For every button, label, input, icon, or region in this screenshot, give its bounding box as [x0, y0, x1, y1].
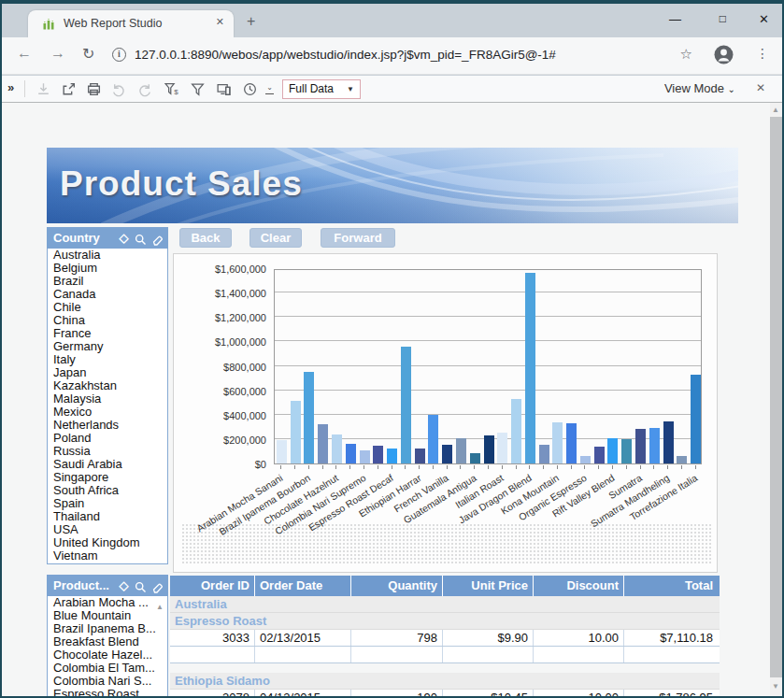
- chart-bar[interactable]: [663, 421, 674, 463]
- product-item[interactable]: Blue Mountain: [48, 609, 167, 622]
- filter-currency-icon[interactable]: $: [164, 81, 179, 97]
- back-button[interactable]: Back: [179, 228, 232, 248]
- export-icon[interactable]: [61, 81, 77, 97]
- chart-bar[interactable]: [415, 449, 425, 463]
- profile-avatar-icon[interactable]: [714, 45, 734, 64]
- country-item[interactable]: USA: [48, 523, 167, 536]
- window-minimize-button[interactable]: —: [669, 12, 681, 26]
- country-item[interactable]: Poland: [48, 432, 167, 445]
- save-icon[interactable]: [36, 81, 51, 97]
- forward-button[interactable]: Forward: [321, 228, 395, 248]
- scrollbar-up-icon[interactable]: ▲: [772, 106, 779, 114]
- country-item[interactable]: Singapore: [48, 471, 167, 484]
- undo-icon[interactable]: [111, 81, 127, 97]
- scrollbar-down-icon[interactable]: ▼: [772, 682, 779, 691]
- chart-bar[interactable]: [511, 399, 521, 463]
- chart-bar[interactable]: [594, 447, 605, 463]
- new-tab-button[interactable]: +: [247, 13, 255, 30]
- redo-icon[interactable]: [136, 81, 152, 97]
- chart-bar[interactable]: [470, 453, 480, 463]
- chart-bar[interactable]: [387, 449, 397, 463]
- country-item[interactable]: Belgium: [48, 262, 167, 275]
- table-column-header[interactable]: Order ID: [170, 576, 255, 596]
- country-item[interactable]: Malaysia: [48, 392, 167, 406]
- country-item[interactable]: Canada: [48, 288, 167, 301]
- chart-bar[interactable]: [677, 456, 687, 463]
- navigate-diamond-icon[interactable]: ◇: [117, 578, 131, 592]
- clear-eraser-icon[interactable]: [150, 231, 164, 245]
- view-mode-menu[interactable]: View Mode ⌄: [664, 81, 735, 95]
- chart-bar[interactable]: [360, 450, 370, 463]
- devices-icon[interactable]: [216, 81, 232, 97]
- browser-forward-icon[interactable]: →: [50, 45, 65, 62]
- schedule-clock-icon[interactable]: [242, 81, 258, 97]
- country-item[interactable]: South Africa: [48, 484, 167, 497]
- browser-menu-icon[interactable]: ⋮: [756, 46, 769, 61]
- page-scrollbar[interactable]: ▲ ▼: [770, 103, 782, 696]
- chart-bar[interactable]: [304, 372, 314, 463]
- country-item[interactable]: Brazil: [48, 275, 167, 288]
- scrollbar-thumb[interactable]: [770, 117, 782, 677]
- chart-bar[interactable]: [277, 440, 287, 463]
- product-item[interactable]: Espresso Roast: [48, 688, 167, 696]
- table-column-header[interactable]: Discount: [534, 576, 624, 596]
- chart-bar[interactable]: [607, 438, 618, 463]
- country-item[interactable]: China: [48, 314, 167, 327]
- chart-bar[interactable]: [566, 423, 577, 463]
- site-info-icon[interactable]: i: [112, 48, 126, 62]
- search-icon[interactable]: [134, 578, 148, 592]
- country-item[interactable]: Thailand: [48, 510, 167, 523]
- chart-bar[interactable]: [456, 438, 466, 463]
- product-item[interactable]: Arabian Mocha ...: [48, 596, 167, 609]
- window-maximize-button[interactable]: □: [720, 12, 726, 25]
- chart-bar[interactable]: [318, 424, 328, 463]
- tab-close-icon[interactable]: ✕: [216, 16, 224, 28]
- table-column-header[interactable]: Unit Price: [443, 576, 534, 596]
- chart-bar[interactable]: [442, 445, 452, 463]
- chart-bar[interactable]: [291, 401, 301, 463]
- browser-back-icon[interactable]: ←: [17, 45, 32, 62]
- chart-bar[interactable]: [525, 273, 535, 463]
- country-item[interactable]: Russia: [48, 445, 167, 458]
- country-item[interactable]: Netherlands: [48, 419, 167, 432]
- chart-bar[interactable]: [401, 347, 411, 463]
- product-item[interactable]: Chocolate Hazel...: [48, 648, 167, 662]
- product-item[interactable]: Breakfast Blend: [48, 635, 167, 648]
- chart-bar[interactable]: [635, 429, 646, 463]
- country-item[interactable]: Germany: [48, 340, 167, 353]
- toolbar-overflow-icon[interactable]: »: [7, 80, 14, 94]
- clear-button[interactable]: Clear: [249, 228, 302, 248]
- country-item[interactable]: Vietnam: [48, 549, 167, 563]
- country-item[interactable]: Japan: [48, 366, 167, 379]
- country-item[interactable]: Mexico: [48, 406, 167, 419]
- window-close-button[interactable]: ✕: [759, 12, 769, 26]
- navigate-diamond-icon[interactable]: ◇: [117, 231, 131, 245]
- chart-bar[interactable]: [373, 446, 383, 463]
- product-item[interactable]: Colombia El Tam...: [48, 662, 167, 675]
- chart-bar[interactable]: [539, 445, 549, 463]
- chart-bar[interactable]: [580, 456, 591, 463]
- search-icon[interactable]: [134, 231, 148, 245]
- country-item[interactable]: Spain: [48, 497, 167, 510]
- product-item[interactable]: Brazil Ipanema B...: [48, 622, 167, 635]
- chart-bar[interactable]: [649, 428, 660, 463]
- country-item[interactable]: United Kingdom: [48, 536, 167, 549]
- chart-bar[interactable]: [484, 435, 494, 463]
- toolbar-close-icon[interactable]: ✕: [756, 81, 765, 94]
- product-item[interactable]: Colombia Nari S...: [48, 675, 167, 688]
- country-item[interactable]: France: [48, 327, 167, 340]
- country-item[interactable]: Italy: [48, 353, 167, 366]
- country-item[interactable]: Saudi Arabia: [48, 458, 167, 471]
- list-scroll-up-icon[interactable]: ▲: [156, 603, 164, 611]
- bookmark-star-icon[interactable]: ☆: [680, 46, 692, 63]
- print-icon[interactable]: [86, 81, 102, 97]
- chart-bar[interactable]: [691, 375, 701, 463]
- browser-reload-icon[interactable]: ↻: [82, 45, 94, 63]
- table-column-header[interactable]: Order Date: [255, 576, 351, 596]
- chart-bar[interactable]: [552, 422, 563, 463]
- table-column-header[interactable]: Total: [624, 576, 718, 596]
- table-column-header[interactable]: Quantity: [351, 576, 443, 596]
- chart-bar[interactable]: [621, 439, 632, 463]
- browser-tab[interactable]: Web Report Studio ✕: [28, 10, 234, 37]
- clear-eraser-icon[interactable]: [150, 578, 164, 592]
